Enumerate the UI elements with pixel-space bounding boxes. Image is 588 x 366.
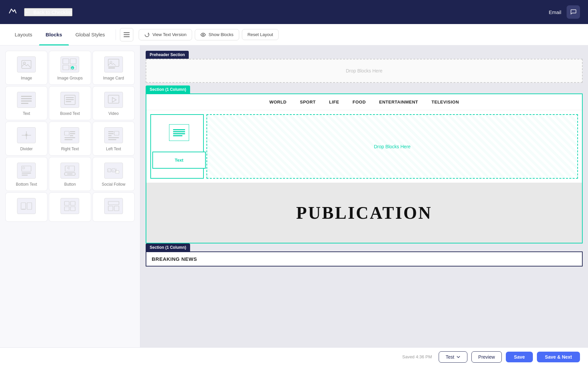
svg-rect-56 bbox=[64, 201, 69, 205]
block-button[interactable]: Button bbox=[49, 157, 91, 191]
publication-banner: PUBLICATION bbox=[146, 183, 582, 243]
block-misc1[interactable] bbox=[5, 192, 47, 222]
save-next-label: Save & Next bbox=[545, 354, 572, 360]
tab-global-styles[interactable]: Global Styles bbox=[69, 24, 112, 45]
svg-rect-54 bbox=[27, 203, 32, 209]
col-right-drop-zone[interactable]: Drop Blocks Here bbox=[206, 114, 578, 179]
back-to-checklist-button[interactable]: ← Back to Checklist bbox=[24, 8, 72, 16]
block-right-text-label: Right Text bbox=[61, 147, 79, 151]
svg-rect-45 bbox=[67, 174, 72, 174]
block-bottom-text-icon bbox=[17, 163, 36, 179]
svg-text:t: t bbox=[109, 170, 109, 172]
block-misc3[interactable] bbox=[93, 192, 135, 222]
block-divider[interactable]: Divider bbox=[5, 122, 47, 156]
block-left-text-icon bbox=[104, 127, 123, 143]
svg-rect-59 bbox=[70, 207, 75, 211]
email-label: Email bbox=[549, 9, 561, 15]
ham-line-1 bbox=[124, 32, 130, 33]
preheader-drop-zone[interactable]: Drop Blocks Here bbox=[146, 59, 583, 83]
svg-rect-11 bbox=[108, 67, 115, 68]
section1-wrapper: Section (1 Column) WORLD SPORT LIFE FOOD… bbox=[146, 83, 583, 243]
preview-button[interactable]: Preview bbox=[471, 351, 502, 363]
preheader-label: Preheader Section bbox=[146, 51, 189, 59]
block-image-card[interactable]: Image Card bbox=[93, 51, 135, 85]
block-left-text-label: Left Text bbox=[106, 147, 121, 151]
block-text-icon bbox=[17, 92, 36, 108]
tab-layouts[interactable]: Layouts bbox=[8, 24, 39, 45]
svg-rect-48 bbox=[112, 169, 115, 172]
block-text[interactable]: Text bbox=[5, 86, 47, 120]
back-label: Back to Checklist bbox=[33, 9, 72, 15]
back-arrow-icon: ← bbox=[25, 9, 31, 16]
nav-item-food: FOOD bbox=[352, 100, 366, 105]
block-button-icon bbox=[60, 163, 79, 179]
view-text-version-button[interactable]: View Text Version bbox=[139, 29, 192, 40]
block-boxed-text[interactable]: Boxed Text bbox=[49, 86, 91, 120]
svg-rect-58 bbox=[64, 207, 69, 211]
block-video-icon bbox=[104, 92, 123, 108]
svg-rect-3 bbox=[63, 59, 69, 64]
svg-rect-61 bbox=[108, 206, 113, 211]
breaking-news: BREAKING NEWS bbox=[146, 252, 582, 266]
svg-rect-17 bbox=[66, 97, 74, 98]
chevron-down-icon bbox=[456, 355, 460, 359]
reset-layout-button[interactable]: Reset Layout bbox=[242, 29, 279, 40]
block-right-text-icon bbox=[60, 127, 79, 143]
block-text-label: Text bbox=[23, 111, 30, 116]
svg-rect-41 bbox=[22, 173, 31, 174]
svg-rect-62 bbox=[114, 206, 119, 211]
svg-rect-4 bbox=[70, 59, 76, 64]
svg-rect-46 bbox=[108, 169, 111, 172]
block-image[interactable]: Image bbox=[5, 51, 47, 85]
svg-rect-15 bbox=[21, 103, 28, 104]
svg-rect-27 bbox=[64, 131, 69, 135]
block-right-text[interactable]: Right Text bbox=[49, 122, 91, 156]
show-blocks-button[interactable]: Show Blocks bbox=[195, 29, 239, 40]
svg-rect-13 bbox=[21, 98, 32, 99]
block-social-follow[interactable]: t f + Social Follow bbox=[93, 157, 135, 191]
block-image-groups-icon: + bbox=[60, 56, 79, 72]
block-image-card-label: Image Card bbox=[103, 76, 124, 80]
section2-container: BREAKING NEWS bbox=[146, 251, 583, 266]
svg-rect-32 bbox=[64, 139, 72, 140]
save-button[interactable]: Save bbox=[506, 352, 533, 362]
test-button[interactable]: Test bbox=[439, 351, 467, 363]
block-divider-icon bbox=[17, 127, 36, 143]
toolbar: Layouts Blocks Global Styles View Text V… bbox=[0, 24, 588, 45]
svg-rect-29 bbox=[70, 133, 75, 134]
block-image-icon bbox=[17, 56, 36, 72]
svg-rect-57 bbox=[70, 201, 75, 205]
nav-item-sport: SPORT bbox=[300, 100, 316, 105]
block-bottom-text[interactable]: Bottom Text bbox=[5, 157, 47, 191]
main-layout: Image + Image Groups bbox=[0, 45, 588, 347]
svg-rect-43 bbox=[65, 166, 75, 171]
svg-rect-38 bbox=[108, 139, 116, 140]
block-video[interactable]: Video bbox=[93, 86, 135, 120]
svg-rect-1 bbox=[22, 60, 31, 68]
svg-rect-34 bbox=[108, 133, 114, 134]
email-nav: WORLD SPORT LIFE FOOD ENTERTAINMENT TELE… bbox=[146, 94, 582, 110]
svg-rect-19 bbox=[66, 101, 71, 102]
save-next-button[interactable]: Save & Next bbox=[537, 352, 580, 362]
preview-label: Preview bbox=[478, 354, 495, 360]
block-misc2[interactable] bbox=[49, 192, 91, 222]
status-bar: Saved 4:36 PM Test Preview Save Save & N… bbox=[0, 347, 588, 366]
block-left-text[interactable]: Left Text bbox=[93, 122, 135, 156]
selected-text-block[interactable]: Text bbox=[150, 114, 204, 179]
svg-rect-36 bbox=[114, 131, 119, 135]
top-nav-left: ← Back to Checklist bbox=[8, 6, 72, 18]
selected-block-label: Text bbox=[152, 152, 206, 169]
chat-icon-button[interactable] bbox=[567, 5, 580, 19]
block-social-follow-icon: t f + bbox=[104, 163, 123, 179]
save-label: Save bbox=[514, 354, 525, 360]
reset-layout-label: Reset Layout bbox=[248, 32, 273, 37]
svg-rect-53 bbox=[21, 203, 26, 209]
tab-blocks[interactable]: Blocks bbox=[39, 24, 69, 45]
block-button-label: Button bbox=[64, 182, 76, 187]
block-image-groups[interactable]: + Image Groups bbox=[49, 51, 91, 85]
block-misc2-icon bbox=[60, 198, 79, 214]
hamburger-button[interactable] bbox=[120, 28, 133, 41]
editor-area: Preheader Section Drop Blocks Here Secti… bbox=[140, 45, 588, 347]
nav-item-life: LIFE bbox=[329, 100, 339, 105]
test-label: Test bbox=[446, 354, 454, 360]
